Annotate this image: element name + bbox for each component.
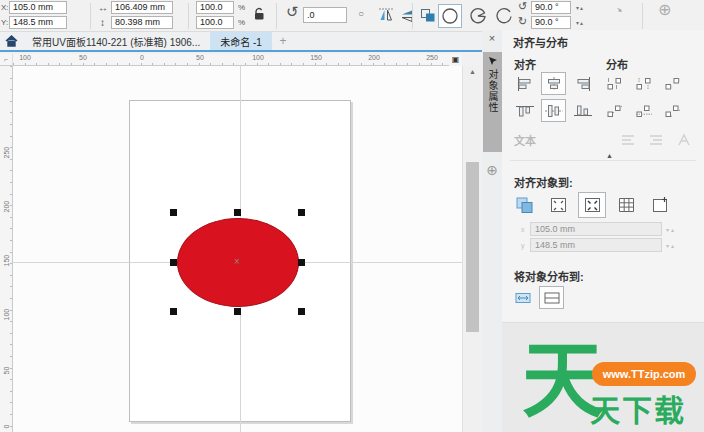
align-x-spinner: ▾▴	[666, 226, 676, 233]
align-top-button[interactable]	[512, 99, 537, 122]
separator	[90, 3, 91, 29]
align-section-label: 对齐	[514, 56, 536, 72]
scale-y-percent-label: %	[238, 18, 245, 27]
end-angle-icon: ↻	[518, 16, 527, 26]
mirror-vertical-icon[interactable]	[400, 8, 416, 26]
align-to-grid-button[interactable]	[612, 192, 640, 218]
distribute-top-button[interactable]	[602, 99, 627, 122]
drawing-canvas[interactable]: ×	[13, 66, 462, 432]
x-label: X:	[1, 3, 9, 12]
vertical-scrollbar[interactable]: ▲	[462, 66, 481, 432]
align-bottom-button[interactable]	[570, 99, 595, 122]
align-to-specified-point-button[interactable]	[646, 192, 674, 218]
distribute-left-button[interactable]	[602, 72, 627, 95]
object-height-field[interactable]: 80.398 mm	[111, 16, 173, 29]
ruler-h-label: 0	[140, 54, 144, 61]
align-to-active-objects-button[interactable]	[510, 192, 538, 218]
distribute-right-button[interactable]	[660, 72, 685, 95]
document-tab-1[interactable]: 常用UV面板1140-221 (标准箱) 1906...	[22, 32, 210, 50]
object-height-icon: ↕	[100, 18, 105, 28]
watermark-url-badge: www.TTzip.com	[592, 362, 696, 386]
watermark-brand-text: 天下载	[590, 386, 686, 430]
distribute-to-page-extent-button[interactable]	[539, 286, 564, 309]
y-position-field[interactable]: 148.5 mm	[9, 16, 67, 29]
change-direction-icon: ◔	[614, 6, 623, 16]
panel-title: 对齐与分布	[513, 34, 568, 50]
selection-handle-nw[interactable]	[170, 209, 177, 216]
mirror-horizontal-icon[interactable]	[378, 8, 394, 26]
selection-handle-sw[interactable]	[170, 308, 177, 315]
ruler-origin-button[interactable]: ⌐	[0, 54, 13, 66]
distribute-bottom-button[interactable]	[660, 99, 685, 122]
rotation-icon: ↺	[286, 7, 299, 17]
add-docker-icon[interactable]: ⊕	[482, 162, 502, 178]
ruler-h-label: 250	[426, 54, 438, 61]
distribute-center-horizontally-button[interactable]	[631, 72, 656, 95]
watermark: 天 www.TTzip.com 天下载	[524, 344, 704, 432]
align-to-page-center-button[interactable]	[578, 192, 606, 218]
distribute-center-vertically-button[interactable]	[631, 99, 656, 122]
align-y-tiny-label: y	[521, 242, 525, 249]
ruler-v-label: 50	[3, 365, 10, 375]
selection-handle-s[interactable]	[234, 308, 241, 315]
arc-shape-button[interactable]	[492, 4, 516, 28]
vertical-ruler[interactable]: 250200150100500	[0, 66, 13, 432]
object-properties-icon	[488, 56, 498, 66]
ruler-v-label: 150	[3, 257, 10, 267]
align-right-button[interactable]	[570, 72, 595, 95]
ruler-options-icon[interactable]: ▣	[449, 54, 462, 66]
align-center-horizontally-button[interactable]	[541, 72, 566, 95]
rotation-angle-field[interactable]: .0	[303, 7, 347, 23]
scroll-up-arrow-icon[interactable]: ▲	[463, 68, 482, 75]
scrollbar-thumb[interactable]	[466, 162, 479, 332]
ruler-v-label: 250	[3, 149, 10, 159]
selection-handle-n[interactable]	[234, 209, 241, 216]
start-angle-field[interactable]: 90.0 °	[531, 1, 571, 14]
align-objects-to-label: 对齐对象到:	[514, 174, 573, 190]
ruler-h-label: 200	[368, 54, 380, 61]
selection-handle-se[interactable]	[298, 308, 305, 315]
lock-ratio-icon[interactable]	[252, 7, 266, 26]
selection-handle-e[interactable]	[298, 259, 305, 266]
selection-handle-ne[interactable]	[298, 209, 305, 216]
ruler-h-label: 100	[19, 54, 31, 61]
object-order-icon[interactable]	[420, 8, 436, 27]
ruler-v-label: 200	[3, 203, 10, 213]
align-y-spinner: ▾▴	[666, 242, 676, 249]
align-to-page-edge-button[interactable]	[544, 192, 572, 218]
align-center-vertically-button[interactable]	[541, 99, 566, 122]
home-icon[interactable]	[0, 32, 22, 50]
pie-shape-button[interactable]	[466, 4, 490, 28]
separator	[276, 3, 277, 29]
x-position-field[interactable]: 105.0 mm	[9, 1, 67, 14]
horizontal-ruler[interactable]: 10050050100150200250	[13, 54, 462, 66]
ruler-h-label: 50	[196, 54, 204, 61]
ruler-v-label: 100	[3, 311, 10, 321]
selection-center-mark: ×	[234, 256, 240, 267]
separator	[188, 3, 189, 29]
object-width-field[interactable]: 106.409 mm	[111, 1, 173, 14]
selection-handle-w[interactable]	[170, 259, 177, 266]
collapse-arrow-icon[interactable]: ▲	[606, 152, 613, 159]
distribute-to-selection-extent-button[interactable]	[510, 286, 535, 309]
document-tab-2[interactable]: 未命名 -1	[210, 32, 272, 50]
separator	[412, 3, 413, 29]
close-docker-icon[interactable]: ×	[482, 32, 502, 44]
align-left-button[interactable]	[512, 72, 537, 95]
scale-x-field[interactable]: 100.0	[196, 1, 234, 14]
ruler-v-label: 0	[3, 419, 10, 429]
new-document-button[interactable]: +	[272, 32, 294, 50]
text-align-baseline-last-icon	[643, 128, 668, 151]
text-align-baseline-first-icon	[615, 128, 640, 151]
quick-customize-icon: ⊕	[658, 5, 671, 15]
text-section-label: 文本	[514, 132, 536, 148]
object-properties-tab[interactable]: 对象属性	[483, 52, 502, 152]
docker-rail: × 对象属性 ⊕	[482, 30, 502, 432]
separator	[642, 3, 643, 29]
end-angle-spinner[interactable]: ▾▴	[576, 19, 584, 26]
end-angle-field[interactable]: 90.0 °	[531, 16, 571, 29]
scale-y-field[interactable]: 100.0	[196, 16, 234, 29]
start-angle-spinner[interactable]: ▾▴	[576, 4, 584, 11]
align-x-tiny-label: x	[521, 226, 525, 233]
ellipse-shape-button[interactable]	[438, 4, 462, 28]
